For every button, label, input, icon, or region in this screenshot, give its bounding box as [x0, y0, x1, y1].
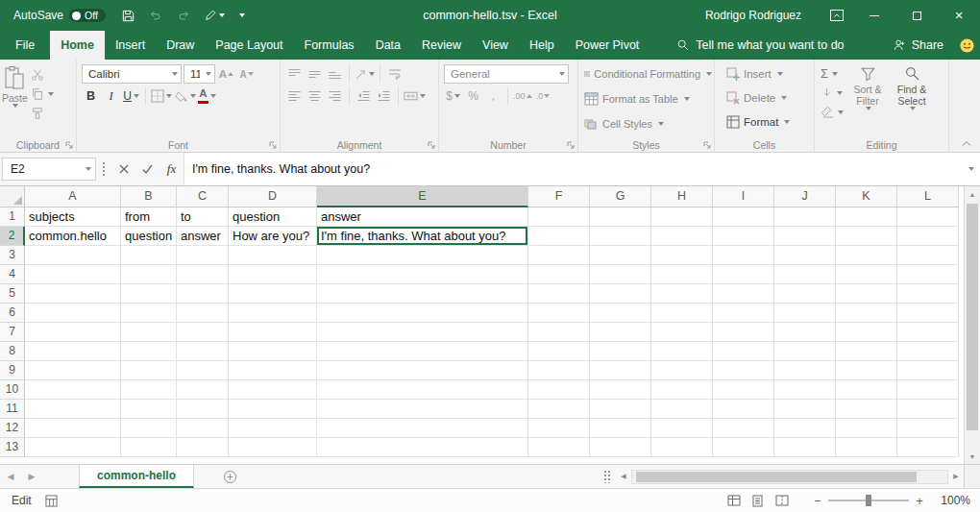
- cell-B5[interactable]: [121, 284, 177, 304]
- cell-K1[interactable]: [836, 207, 897, 227]
- cell-C13[interactable]: [177, 438, 229, 457]
- insert-function-button[interactable]: fx: [159, 158, 184, 181]
- column-header-G[interactable]: G: [590, 186, 651, 207]
- tab-formulas[interactable]: Formulas: [294, 31, 365, 60]
- alignment-dialog-launcher[interactable]: [428, 141, 435, 149]
- zoom-slider-thumb[interactable]: [866, 495, 871, 506]
- cell-F4[interactable]: [528, 265, 590, 284]
- cell-E3[interactable]: [317, 246, 528, 265]
- cell-B6[interactable]: [121, 304, 177, 323]
- column-header-L[interactable]: L: [897, 186, 959, 207]
- sort-filter-button[interactable]: Sort & Filter: [845, 61, 890, 137]
- cell-G1[interactable]: [590, 207, 651, 227]
- collapse-ribbon-button[interactable]: [962, 140, 971, 147]
- cell-C2[interactable]: answer: [177, 227, 229, 246]
- cell-D6[interactable]: [229, 304, 317, 323]
- horizontal-scrollbar-thumb[interactable]: [636, 472, 917, 482]
- cell-E8[interactable]: [317, 342, 528, 361]
- cell-L5[interactable]: [897, 284, 959, 304]
- tab-insert[interactable]: Insert: [105, 31, 156, 60]
- clipboard-dialog-launcher[interactable]: [65, 141, 73, 149]
- orientation-button[interactable]: [355, 64, 375, 84]
- cell-D5[interactable]: [229, 284, 317, 304]
- cell-F3[interactable]: [528, 246, 590, 265]
- tab-file[interactable]: File: [0, 31, 50, 60]
- italic-button[interactable]: I: [102, 86, 120, 106]
- cell-C12[interactable]: [177, 419, 229, 438]
- row-header-1[interactable]: 1: [0, 207, 25, 227]
- underline-button[interactable]: U: [122, 86, 140, 106]
- accounting-format-button[interactable]: $: [444, 86, 462, 106]
- cell-H11[interactable]: [651, 400, 713, 419]
- cell-D2[interactable]: How are you?: [229, 227, 317, 246]
- cell-A4[interactable]: [25, 265, 121, 284]
- align-left-button[interactable]: [285, 86, 304, 106]
- cell-K12[interactable]: [836, 419, 897, 438]
- cell-G11[interactable]: [590, 400, 651, 419]
- tab-page-layout[interactable]: Page Layout: [205, 31, 293, 60]
- cell-B7[interactable]: [121, 323, 177, 342]
- cell-G12[interactable]: [590, 419, 651, 438]
- cell-K2[interactable]: [836, 227, 897, 246]
- insert-cells-button[interactable]: Insert: [717, 61, 812, 85]
- cell-K5[interactable]: [836, 284, 897, 304]
- column-header-H[interactable]: H: [651, 186, 713, 207]
- vertical-scrollbar[interactable]: ▲ ▼: [964, 186, 980, 464]
- cell-F8[interactable]: [528, 342, 590, 361]
- cell-E13[interactable]: [317, 438, 528, 457]
- cell-G2[interactable]: [590, 227, 651, 246]
- increase-indent-button[interactable]: [375, 86, 393, 106]
- page-layout-view-button[interactable]: [746, 490, 770, 511]
- copy-button[interactable]: [31, 85, 54, 102]
- cell-J2[interactable]: [774, 227, 836, 246]
- cell-D11[interactable]: [229, 400, 317, 419]
- styles-dialog-launcher[interactable]: [703, 141, 711, 149]
- cell-E6[interactable]: [317, 304, 528, 323]
- macro-record-button[interactable]: [45, 495, 58, 507]
- cell-G3[interactable]: [590, 246, 651, 265]
- cell-L3[interactable]: [897, 246, 959, 265]
- cell-J4[interactable]: [774, 265, 836, 284]
- cell-J8[interactable]: [774, 342, 836, 361]
- merge-center-button[interactable]: [404, 86, 426, 106]
- tab-help[interactable]: Help: [519, 31, 565, 60]
- minimize-button[interactable]: [853, 0, 895, 31]
- cell-E9[interactable]: [317, 361, 528, 380]
- cell-L11[interactable]: [897, 400, 959, 419]
- cell-J10[interactable]: [774, 380, 836, 400]
- scroll-up-button[interactable]: ▲: [965, 186, 980, 202]
- cell-F12[interactable]: [528, 419, 590, 438]
- zoom-in-button[interactable]: +: [911, 494, 928, 508]
- cell-I9[interactable]: [713, 361, 774, 380]
- cell-D4[interactable]: [229, 265, 317, 284]
- cell-B3[interactable]: [121, 246, 177, 265]
- cell-J13[interactable]: [774, 438, 836, 457]
- cell-A1[interactable]: subjects: [25, 207, 121, 227]
- tab-review[interactable]: Review: [411, 31, 472, 60]
- tab-scrollbar-splitter[interactable]: [603, 470, 610, 483]
- wrap-text-button[interactable]: [385, 64, 404, 84]
- cell-A6[interactable]: [25, 304, 121, 323]
- cell-L1[interactable]: [897, 207, 959, 227]
- cell-K3[interactable]: [836, 246, 897, 265]
- zoom-out-button[interactable]: −: [809, 494, 826, 508]
- format-as-table-button[interactable]: Format as Table: [580, 86, 712, 111]
- tab-power-pivot[interactable]: Power Pivot: [565, 31, 650, 60]
- borders-button[interactable]: [151, 86, 172, 106]
- bold-button[interactable]: B: [82, 86, 100, 106]
- cell-E2[interactable]: I'm fine, thanks. What about you?: [317, 227, 528, 246]
- cell-D8[interactable]: [229, 342, 317, 361]
- tell-me-box[interactable]: Tell me what you want to do: [676, 31, 844, 60]
- cell-L8[interactable]: [897, 342, 959, 361]
- cell-E10[interactable]: [317, 380, 528, 400]
- cell-H3[interactable]: [651, 246, 713, 265]
- row-header-3[interactable]: 3: [0, 246, 25, 265]
- cell-L7[interactable]: [897, 323, 959, 342]
- format-painter-button[interactable]: [31, 105, 54, 121]
- cell-H13[interactable]: [651, 438, 713, 457]
- cell-E5[interactable]: [317, 284, 528, 304]
- cell-D10[interactable]: [229, 380, 317, 400]
- cell-C1[interactable]: to: [177, 207, 229, 227]
- column-header-F[interactable]: F: [528, 186, 590, 207]
- align-bottom-button[interactable]: [326, 64, 344, 84]
